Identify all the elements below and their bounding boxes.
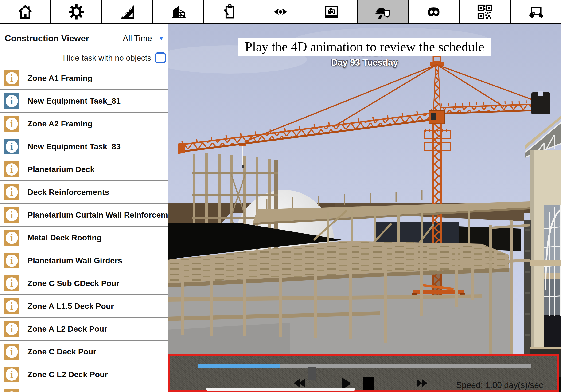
task-row[interactable]: i bbox=[0, 386, 168, 392]
task-label: Zone A2 Framing bbox=[27, 119, 92, 128]
info-icon: i bbox=[6, 254, 18, 267]
task-row[interactable]: i New Equipment Task_83 bbox=[0, 135, 168, 158]
task-info-icon[interactable]: i bbox=[4, 93, 20, 109]
info-icon: i bbox=[6, 72, 18, 84]
toolbar-button-measure[interactable] bbox=[102, 0, 153, 23]
task-info-icon[interactable]: i bbox=[4, 344, 20, 359]
toolbar-button-construction-mode[interactable] bbox=[357, 0, 409, 23]
info-icon: i bbox=[6, 277, 18, 290]
building-section-icon bbox=[169, 3, 187, 21]
timeline-slider-thumb[interactable] bbox=[308, 367, 316, 381]
camera-icon bbox=[322, 3, 341, 21]
timeline-slider-fill bbox=[198, 364, 280, 368]
fast-forward-button[interactable] bbox=[416, 378, 428, 388]
task-row[interactable]: i Planetarium Wall Girders bbox=[0, 249, 168, 272]
task-label: New Equipment Task_83 bbox=[27, 142, 120, 151]
info-icon: i bbox=[6, 118, 18, 130]
hands-tablet-icon bbox=[527, 3, 545, 21]
task-info-icon[interactable]: i bbox=[4, 139, 20, 154]
task-row[interactable]: i Zone C Deck Pour bbox=[0, 340, 168, 363]
toolbar-button-field-notes[interactable] bbox=[204, 0, 255, 23]
toolbar-button-qr-scan[interactable] bbox=[460, 0, 510, 23]
task-row[interactable]: i Zone A L2 Deck Pour bbox=[0, 318, 168, 340]
task-row[interactable]: i Zone A L1.5 Deck Pour bbox=[0, 295, 168, 318]
task-info-icon[interactable]: i bbox=[4, 253, 20, 268]
task-label: Planetarium Curtain Wall Reinforcements bbox=[27, 210, 168, 219]
home-icon bbox=[16, 3, 34, 21]
task-label: Planetarium Deck bbox=[27, 165, 95, 174]
task-label: Zone C Deck Pour bbox=[27, 347, 96, 356]
task-row[interactable]: i Zone A2 Framing bbox=[0, 113, 168, 135]
toolbar bbox=[0, 0, 561, 24]
sidebar: Construction Viewer All Time ▼ Hide task… bbox=[0, 24, 168, 392]
info-icon: i bbox=[6, 300, 18, 312]
task-info-icon[interactable]: i bbox=[4, 116, 20, 132]
toolbar-button-home[interactable] bbox=[0, 0, 51, 23]
speed-label: Speed: 1.00 day(s)/sec bbox=[456, 380, 543, 390]
task-info-icon[interactable]: i bbox=[4, 184, 20, 200]
toolbar-button-visibility[interactable] bbox=[255, 0, 306, 23]
task-label: Deck Reinforcements bbox=[27, 187, 109, 197]
task-row[interactable]: i Metal Deck Roofing bbox=[0, 227, 168, 249]
timeline-progress-bar bbox=[206, 388, 355, 391]
task-info-icon[interactable]: i bbox=[4, 162, 20, 177]
hide-tasks-label: Hide task with no objects bbox=[63, 53, 151, 63]
stop-icon bbox=[363, 377, 374, 390]
task-label: Zone C Sub CDeck Pour bbox=[27, 279, 119, 288]
info-icon: i bbox=[6, 346, 18, 358]
qr-code-icon bbox=[475, 3, 494, 21]
info-icon: i bbox=[6, 391, 18, 392]
task-info-icon[interactable]: i bbox=[4, 275, 20, 291]
task-row[interactable]: i Zone A1 Framing bbox=[0, 67, 168, 90]
clipboard-pencil-icon bbox=[220, 3, 239, 21]
toolbar-button-section-view[interactable] bbox=[153, 0, 204, 23]
task-info-icon[interactable]: i bbox=[4, 367, 20, 382]
info-icon: i bbox=[6, 232, 18, 244]
task-row[interactable]: i Deck Reinforcements bbox=[0, 181, 168, 204]
model-viewport[interactable]: Week 14 Play the 4D animation to review … bbox=[168, 24, 561, 392]
task-label: Planetarium Wall Girders bbox=[27, 256, 122, 265]
task-row[interactable]: i Planetarium Deck bbox=[0, 158, 168, 181]
sidebar-header: Construction Viewer All Time ▼ Hide task… bbox=[0, 24, 168, 67]
info-icon: i bbox=[6, 323, 18, 335]
task-info-icon[interactable]: i bbox=[4, 298, 20, 314]
fast-forward-icon bbox=[416, 378, 428, 388]
stop-button[interactable] bbox=[363, 377, 374, 390]
task-label: New Equipment Task_81 bbox=[27, 96, 120, 106]
task-info-icon[interactable]: i bbox=[4, 389, 20, 392]
rewind-button[interactable] bbox=[293, 378, 306, 388]
time-filter-value: All Time bbox=[123, 34, 152, 43]
task-info-icon[interactable]: i bbox=[4, 321, 20, 337]
info-icon: i bbox=[6, 186, 18, 198]
set-square-icon bbox=[118, 3, 137, 21]
task-row[interactable]: i New Equipment Task_81 bbox=[0, 90, 168, 113]
task-row[interactable]: i Zone C Sub CDeck Pour bbox=[0, 272, 168, 295]
task-info-icon[interactable]: i bbox=[4, 230, 20, 246]
task-row[interactable]: i Planetarium Curtain Wall Reinforcement… bbox=[0, 204, 168, 227]
eye-icon bbox=[271, 3, 290, 21]
task-row[interactable]: i Zone C L2 Deck Pour bbox=[0, 363, 168, 386]
hardhat-icon bbox=[374, 3, 392, 21]
toolbar-button-snapshot[interactable] bbox=[306, 0, 357, 23]
info-icon: i bbox=[6, 141, 18, 153]
task-label: Zone A L2 Deck Pour bbox=[27, 324, 107, 334]
task-info-icon[interactable]: i bbox=[4, 70, 20, 86]
time-filter-dropdown[interactable]: All Time ▼ bbox=[123, 34, 164, 43]
info-icon: i bbox=[6, 163, 18, 175]
info-icon: i bbox=[6, 95, 18, 107]
timeline-slider[interactable] bbox=[198, 364, 531, 368]
toolbar-button-pan-model[interactable] bbox=[511, 0, 561, 23]
toolbar-button-vr-view[interactable] bbox=[409, 0, 460, 23]
toolbar-button-settings[interactable] bbox=[51, 0, 102, 23]
hide-tasks-checkbox[interactable] bbox=[155, 52, 166, 63]
info-icon: i bbox=[6, 209, 18, 221]
day-label: Day 93 Tuesday bbox=[331, 58, 398, 68]
page-title: Construction Viewer bbox=[5, 34, 89, 44]
hide-tasks-row: Hide task with no objects bbox=[63, 52, 166, 63]
instruction-banner: Play the 4D animation to review the sche… bbox=[238, 38, 491, 56]
playback-panel: Speed: 1.00 day(s)/sec bbox=[168, 354, 559, 392]
task-info-icon[interactable]: i bbox=[4, 207, 20, 223]
construction-3d-scene bbox=[168, 24, 561, 392]
task-list[interactable]: i Zone A1 Framing i New Equipment Task_8… bbox=[0, 67, 168, 392]
task-label: Zone A1 Framing bbox=[27, 74, 92, 83]
